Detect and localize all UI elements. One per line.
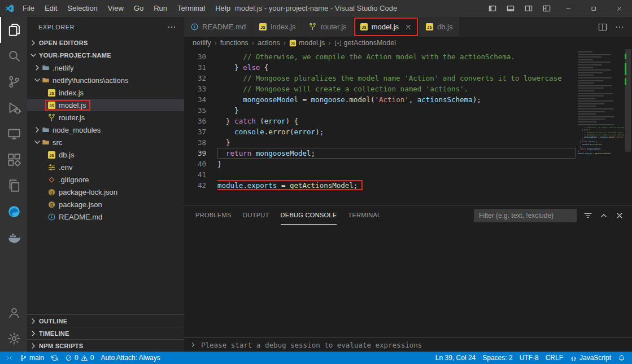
status-remote-indicator[interactable]: [0, 352, 16, 364]
status-problems[interactable]: 00: [62, 352, 97, 364]
debug-console-input[interactable]: Please start a debug session to evaluate…: [184, 337, 632, 352]
code-line-39[interactable]: return mongooseModel;: [217, 148, 576, 159]
menu-view[interactable]: View: [103, 0, 129, 17]
line-number[interactable]: 33: [184, 84, 206, 94]
tab-readme-md[interactable]: README.md: [184, 17, 252, 37]
code-line-34[interactable]: mongooseModel = mongoose.model('Action',…: [217, 94, 576, 105]
tree-item-db-js[interactable]: JSdb.js: [27, 148, 184, 161]
code-line-40[interactable]: }: [217, 159, 576, 169]
breadcrumb-model-js[interactable]: JSmodel.js: [289, 39, 325, 47]
menu-go[interactable]: Go: [129, 0, 149, 17]
scrollbar-slider[interactable]: [625, 49, 631, 152]
status-language-mode[interactable]: {}JavaScript: [566, 352, 614, 364]
section-open-editors[interactable]: OPEN EDITORS: [27, 37, 184, 49]
line-number[interactable]: 42: [184, 180, 206, 191]
tree-item-node-modules[interactable]: node_modules: [27, 124, 184, 136]
tree-item-model-js[interactable]: JSmodel.js: [27, 99, 184, 111]
code-line-33[interactable]: // Mongoose will create a collection nam…: [217, 84, 576, 94]
code-line-30[interactable]: // Otherwise, we compile the Action mode…: [217, 51, 576, 62]
breadcrumb-functions[interactable]: functions: [220, 39, 249, 47]
status-notifications[interactable]: [614, 352, 632, 364]
minimize-button[interactable]: [556, 0, 581, 17]
activity-run-debug[interactable]: [0, 95, 27, 121]
breadcrumb-actions[interactable]: actions: [258, 39, 280, 47]
menu-selection[interactable]: Selection: [62, 0, 102, 17]
editor-gutter[interactable]: 30313233343536373839404142: [184, 49, 217, 205]
filter-icon[interactable]: [583, 211, 592, 220]
tab-index-js[interactable]: JSindex.js: [252, 17, 302, 37]
menu-edit[interactable]: Edit: [40, 0, 62, 17]
panel-tab-output[interactable]: OUTPUT: [243, 207, 269, 225]
tree-item-src[interactable]: src: [27, 136, 184, 148]
layout-panel-button[interactable]: [502, 0, 520, 17]
panel-tab-debug-console[interactable]: DEBUG CONSOLE: [281, 207, 337, 225]
activity-account[interactable]: [0, 300, 27, 326]
more-actions-icon[interactable]: [167, 23, 176, 32]
editor-code[interactable]: // Otherwise, we compile the Action mode…: [217, 49, 576, 205]
line-number[interactable]: 38: [184, 137, 206, 148]
activity-extensions[interactable]: [0, 147, 27, 173]
ellipsis-icon[interactable]: [615, 23, 624, 32]
layout-sidebar-button[interactable]: [483, 0, 502, 17]
activity-search[interactable]: [0, 43, 27, 69]
tree-item-gitignore[interactable]: .gitignore: [27, 173, 184, 186]
line-number[interactable]: 39: [184, 148, 206, 159]
activity-explorer[interactable]: [0, 17, 27, 43]
line-number[interactable]: 32: [184, 73, 206, 84]
code-line-32[interactable]: // Mongoose pluralizes the model name 'A…: [217, 73, 576, 84]
chevron-up-icon[interactable]: [599, 211, 608, 220]
panel-tab-terminal[interactable]: TERMINAL: [348, 207, 381, 225]
status-sync-button[interactable]: [47, 352, 62, 364]
split-editor-icon[interactable]: [598, 23, 607, 32]
activity-pages[interactable]: [0, 173, 27, 199]
minimap[interactable]: // Otherwise, we compile the Action mode…: [576, 49, 624, 205]
breadcrumb-getactionsmodel[interactable]: getActionsModel: [334, 39, 396, 47]
code-line-31[interactable]: } else {: [217, 62, 576, 73]
tree-item-netlify-functions-actions[interactable]: netlify\functions\actions: [27, 74, 184, 86]
panel-tab-problems[interactable]: PROBLEMS: [195, 207, 232, 225]
menu-file[interactable]: File: [18, 0, 40, 17]
tree-item-readme-md[interactable]: README.md: [27, 210, 184, 223]
code-line-38[interactable]: }: [217, 137, 576, 148]
line-number[interactable]: 34: [184, 94, 206, 105]
editor-scrollbar[interactable]: [624, 49, 632, 205]
tree-item-router-js[interactable]: router.js: [27, 111, 184, 124]
breadcrumb-netlify[interactable]: netlify: [193, 39, 211, 47]
tree-item-index-js[interactable]: JSindex.js: [27, 86, 184, 99]
line-number[interactable]: 35: [184, 105, 206, 116]
debug-console-content[interactable]: [184, 225, 632, 337]
activity-docker[interactable]: [0, 225, 27, 251]
activity-remote-explorer[interactable]: [0, 121, 27, 147]
line-number[interactable]: 41: [184, 169, 206, 180]
tab-router-js[interactable]: router.js: [302, 17, 353, 37]
code-line-37[interactable]: console.error(error);: [217, 126, 576, 137]
line-number[interactable]: 40: [184, 159, 206, 169]
status-eol[interactable]: CRLF: [542, 352, 566, 364]
section-timeline[interactable]: TIMELINE: [27, 327, 184, 339]
line-number[interactable]: 31: [184, 62, 206, 73]
filter-input[interactable]: [474, 209, 577, 222]
tree-item-package-json[interactable]: {}package.json: [27, 198, 184, 210]
close-icon[interactable]: [404, 23, 412, 31]
activity-edge[interactable]: [0, 199, 27, 225]
menu-terminal[interactable]: Terminal: [172, 0, 210, 17]
menu-run[interactable]: Run: [149, 0, 172, 17]
activity-settings-gear[interactable]: [0, 326, 27, 352]
line-number[interactable]: 30: [184, 51, 206, 62]
section-your-project-name[interactable]: YOUR-PROJECT-NAME: [27, 49, 184, 62]
status-auto-attach[interactable]: Auto Attach: Always: [97, 352, 163, 364]
line-number[interactable]: 36: [184, 116, 206, 126]
status-cursor-position[interactable]: Ln 39, Col 24: [432, 352, 479, 364]
status-indentation[interactable]: Spaces: 2: [479, 352, 516, 364]
layout-sidebar-right-button[interactable]: [520, 0, 538, 17]
tab-model-js[interactable]: JSmodel.js: [354, 17, 419, 37]
code-line-41[interactable]: [217, 169, 576, 180]
status-git-branch[interactable]: main: [16, 352, 47, 364]
layout-customize-button[interactable]: [538, 0, 556, 17]
tab-db-js[interactable]: JSdb.js: [419, 17, 459, 37]
status-encoding[interactable]: UTF-8: [516, 352, 542, 364]
tree-item-env[interactable]: .env: [27, 161, 184, 173]
close-icon[interactable]: [615, 211, 624, 220]
section-outline[interactable]: OUTLINE: [27, 314, 184, 327]
code-line-36[interactable]: } catch (error) {: [217, 116, 576, 126]
